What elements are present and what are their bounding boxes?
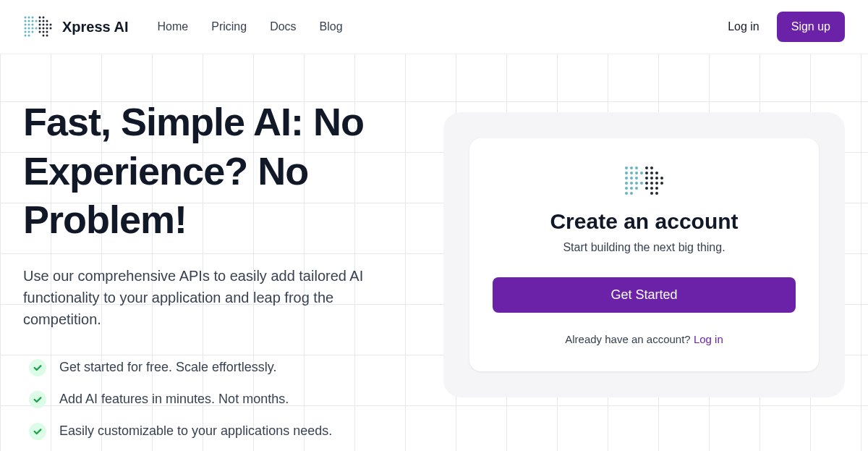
svg-point-56 bbox=[645, 167, 648, 169]
already-text: Already have an account? bbox=[565, 333, 694, 345]
svg-point-44 bbox=[625, 177, 628, 180]
svg-point-4 bbox=[28, 20, 30, 22]
svg-point-27 bbox=[50, 24, 52, 26]
svg-point-71 bbox=[655, 187, 658, 190]
svg-point-7 bbox=[25, 24, 27, 26]
svg-point-58 bbox=[645, 172, 648, 174]
main-nav: Home Pricing Docs Blog bbox=[158, 20, 728, 33]
svg-point-68 bbox=[660, 182, 663, 185]
svg-point-1 bbox=[28, 17, 30, 19]
svg-point-48 bbox=[630, 182, 633, 185]
svg-point-19 bbox=[39, 17, 41, 19]
svg-point-64 bbox=[660, 177, 663, 180]
svg-point-50 bbox=[640, 182, 643, 185]
svg-point-12 bbox=[32, 28, 34, 30]
feature-list: Get started for free. Scale effortlessly… bbox=[29, 359, 414, 440]
svg-point-52 bbox=[630, 187, 633, 190]
svg-point-36 bbox=[46, 35, 48, 37]
svg-point-43 bbox=[640, 172, 643, 174]
svg-point-54 bbox=[625, 192, 628, 195]
feature-text: Add AI features in minutes. Not months. bbox=[59, 392, 289, 407]
svg-point-6 bbox=[35, 20, 38, 22]
svg-point-39 bbox=[635, 167, 638, 169]
already-have-account: Already have an account? Log in bbox=[565, 333, 723, 345]
svg-point-25 bbox=[43, 24, 45, 26]
already-login-link[interactable]: Log in bbox=[694, 333, 723, 345]
svg-point-17 bbox=[25, 35, 27, 37]
main-content: Fast, Simple AI: No Experience? No Probl… bbox=[0, 54, 868, 440]
check-icon bbox=[29, 359, 46, 376]
svg-point-22 bbox=[43, 20, 45, 22]
signup-card: Create an account Start building the nex… bbox=[469, 138, 819, 371]
svg-point-45 bbox=[630, 177, 633, 180]
signup-subtitle: Start building the next big thing. bbox=[563, 241, 725, 254]
svg-point-66 bbox=[650, 182, 653, 185]
svg-point-28 bbox=[39, 28, 41, 30]
brand-logo-icon bbox=[23, 15, 54, 38]
brand-name: Xpress AI bbox=[62, 19, 129, 35]
header: Xpress AI Home Pricing Docs Blog Log in … bbox=[0, 0, 868, 54]
svg-point-16 bbox=[32, 31, 34, 33]
svg-point-26 bbox=[46, 24, 48, 26]
feature-item: Easily customizable to your applications… bbox=[29, 423, 414, 440]
signup-title: Create an account bbox=[550, 209, 738, 234]
svg-point-9 bbox=[32, 24, 34, 26]
svg-point-42 bbox=[635, 172, 638, 174]
login-link[interactable]: Log in bbox=[728, 20, 760, 33]
svg-point-51 bbox=[625, 187, 628, 190]
nav-blog[interactable]: Blog bbox=[320, 20, 343, 33]
svg-point-13 bbox=[35, 28, 38, 30]
svg-point-0 bbox=[25, 17, 27, 19]
nav-docs[interactable]: Docs bbox=[270, 20, 296, 33]
svg-point-3 bbox=[25, 20, 27, 22]
feature-text: Easily customizable to your applications… bbox=[59, 423, 332, 439]
svg-point-20 bbox=[43, 17, 45, 19]
svg-point-40 bbox=[625, 172, 628, 174]
svg-point-63 bbox=[655, 177, 658, 180]
svg-point-8 bbox=[28, 24, 30, 26]
svg-point-30 bbox=[46, 28, 48, 30]
svg-point-41 bbox=[630, 172, 633, 174]
svg-point-10 bbox=[25, 28, 27, 30]
svg-point-35 bbox=[43, 35, 45, 37]
svg-point-65 bbox=[645, 182, 648, 185]
nav-home[interactable]: Home bbox=[158, 20, 189, 33]
svg-point-53 bbox=[635, 187, 638, 190]
header-actions: Log in Sign up bbox=[728, 12, 845, 42]
svg-point-15 bbox=[28, 31, 30, 33]
svg-point-32 bbox=[39, 31, 41, 33]
svg-point-46 bbox=[635, 177, 638, 180]
svg-point-11 bbox=[28, 28, 30, 30]
get-started-button[interactable]: Get Started bbox=[493, 277, 796, 313]
svg-point-5 bbox=[32, 20, 34, 22]
svg-point-21 bbox=[39, 20, 41, 22]
svg-point-24 bbox=[39, 24, 41, 26]
svg-point-49 bbox=[635, 182, 638, 185]
svg-point-72 bbox=[650, 192, 653, 195]
svg-point-47 bbox=[625, 182, 628, 185]
check-icon bbox=[29, 423, 46, 440]
signup-logo-icon bbox=[623, 164, 666, 201]
nav-pricing[interactable]: Pricing bbox=[211, 20, 247, 33]
feature-text: Get started for free. Scale effortlessly… bbox=[59, 360, 276, 375]
svg-point-62 bbox=[650, 177, 653, 180]
svg-point-59 bbox=[650, 172, 653, 174]
feature-item: Add AI features in minutes. Not months. bbox=[29, 391, 414, 408]
svg-point-38 bbox=[630, 167, 633, 169]
hero-section: Fast, Simple AI: No Experience? No Probl… bbox=[23, 98, 414, 440]
svg-point-23 bbox=[46, 20, 48, 22]
feature-item: Get started for free. Scale effortlessly… bbox=[29, 359, 414, 376]
signup-button[interactable]: Sign up bbox=[777, 12, 845, 42]
signup-card-wrap: Create an account Start building the nex… bbox=[443, 112, 845, 397]
svg-point-60 bbox=[655, 172, 658, 174]
svg-point-33 bbox=[43, 31, 45, 33]
check-icon bbox=[29, 391, 46, 408]
svg-point-57 bbox=[650, 167, 653, 169]
svg-point-55 bbox=[630, 192, 633, 195]
signup-panel: Create an account Start building the nex… bbox=[443, 98, 845, 440]
svg-point-69 bbox=[645, 187, 648, 190]
svg-point-34 bbox=[46, 31, 48, 33]
hero-title: Fast, Simple AI: No Experience? No Probl… bbox=[23, 98, 414, 245]
logo[interactable]: Xpress AI bbox=[23, 15, 129, 38]
svg-point-70 bbox=[650, 187, 653, 190]
